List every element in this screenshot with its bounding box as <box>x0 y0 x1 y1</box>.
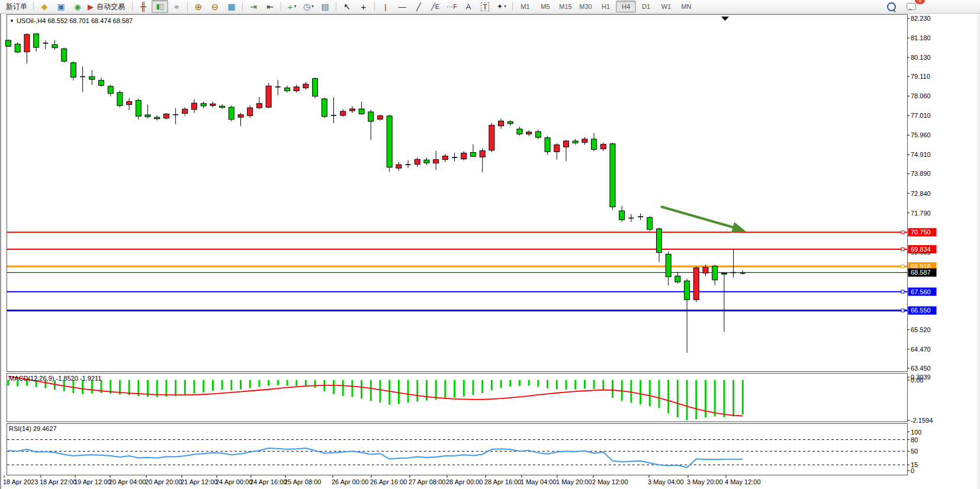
price-badge-label: 69.834 <box>911 246 931 253</box>
timeframe-button-MN[interactable]: MN <box>676 1 696 12</box>
candle-body <box>285 88 290 91</box>
templates-icon: ▤ <box>321 2 329 11</box>
cursor-icon[interactable]: ↖ <box>339 0 355 13</box>
chart-shift-icon[interactable]: ⇤ <box>262 0 278 13</box>
timeframe-button-W1[interactable]: W1 <box>656 1 676 12</box>
scroll-to-end-icon[interactable]: ⇥ <box>245 0 262 13</box>
candle-body <box>461 153 467 159</box>
equidistant-channel-icon: ╱E <box>431 4 439 10</box>
gold-diamond-icon[interactable]: ◆ <box>36 0 53 13</box>
rsi-pane[interactable] <box>7 424 908 475</box>
candle-body <box>229 107 234 119</box>
chart-shift-icon: ⇤ <box>266 2 274 11</box>
autotrading-button-label: 自动交易 <box>94 3 128 10</box>
line-edge-handle[interactable] <box>901 248 904 251</box>
candle-body <box>415 159 420 164</box>
price-axis-label: 75.960 <box>911 131 931 139</box>
candle-body <box>647 217 653 229</box>
price-axis-label: 74.910 <box>911 151 931 158</box>
templates-icon[interactable]: ▤ <box>317 0 333 13</box>
search-button[interactable] <box>883 0 899 13</box>
chart-canvas[interactable]: 82.23081.18080.13079.11078.06077.01075.9… <box>1 14 980 489</box>
candle-body <box>256 104 262 108</box>
macd-pane[interactable] <box>7 374 908 422</box>
candle-body <box>294 87 299 91</box>
chart-window[interactable]: 82.23081.18080.13079.11078.06077.01075.9… <box>0 14 977 489</box>
candle-body <box>424 160 429 163</box>
price-axis-label: 64.470 <box>911 346 931 353</box>
line-edge-handle[interactable] <box>901 231 904 234</box>
data-window-icon[interactable]: ▣ <box>53 0 69 13</box>
candle-body <box>89 77 95 80</box>
price-axis[interactable]: 82.23081.18080.13079.11078.06077.01075.9… <box>907 15 931 372</box>
candle-body <box>359 109 364 114</box>
line-edge-handle[interactable] <box>901 309 904 312</box>
timeframe-button-D1[interactable]: D1 <box>636 1 656 12</box>
add-indicator-icon[interactable]: +▾ <box>284 0 300 13</box>
line-edge-handle[interactable] <box>901 290 904 293</box>
candle-body <box>182 109 188 113</box>
fibonacci-icon[interactable]: ⋯F <box>444 0 460 13</box>
chevron-down-icon: ▾ <box>294 4 296 9</box>
price-axis-label: 63.450 <box>911 365 931 372</box>
price-axis-label: 78.060 <box>911 92 931 99</box>
line-chart-icon[interactable]: ≈ <box>168 0 185 13</box>
vertical-line-icon[interactable]: | <box>377 0 394 13</box>
candle-body <box>145 115 150 117</box>
text-icon[interactable]: A <box>460 0 477 13</box>
toolbar-separator <box>242 2 243 11</box>
rsi-axis-label: 80 <box>911 436 918 443</box>
bar-chart-icon[interactable]: ╫ <box>135 0 152 13</box>
time-axis-label: 1 May 04:00 <box>520 478 557 485</box>
timeframe-button-M5[interactable]: M5 <box>535 1 555 12</box>
candle-body <box>99 81 104 85</box>
price-axis-label: 77.010 <box>911 112 931 119</box>
horizontal-line-icon: — <box>399 3 406 11</box>
main-pane[interactable] <box>7 15 908 372</box>
line-edge-handle[interactable] <box>901 265 904 268</box>
price-badge-label: 66.550 <box>911 307 931 314</box>
text-label-icon[interactable]: T <box>477 0 493 13</box>
candle-body <box>703 267 708 273</box>
notifications-button[interactable]: 1 <box>904 0 921 13</box>
candle-body <box>396 165 401 168</box>
autotrading-button[interactable]: ▶自动交易 <box>86 0 130 13</box>
tile-windows-icon[interactable]: ▦ <box>223 0 240 13</box>
chart-title: ▼USOil-,H4 68.552 68.701 68.474 68.587 <box>9 17 133 24</box>
trendline-icon[interactable]: ╱ <box>410 0 427 13</box>
horizontal-line-icon[interactable]: — <box>394 0 410 13</box>
time-axis-label: 28 Apr 16:00 <box>484 478 521 485</box>
rsi-axis-label: 50 <box>911 448 918 455</box>
timeframe-button-M30[interactable]: M30 <box>576 1 596 12</box>
search-icon <box>887 2 896 11</box>
candle-body <box>573 141 578 143</box>
crosshair-icon[interactable]: + <box>355 0 372 13</box>
timeframe-button-M15[interactable]: M15 <box>555 1 576 12</box>
rsi-indicator-label: RSI(14) 29.4627 <box>9 425 57 432</box>
zoom-in-icon[interactable]: ⊕ <box>190 0 207 13</box>
signals-icon[interactable]: ◉ <box>69 0 86 13</box>
candle-body <box>136 100 141 116</box>
candle-body <box>564 141 569 147</box>
candle-body <box>378 116 383 120</box>
candle-body <box>248 108 253 115</box>
time-axis-label: 27 Apr 08:00 <box>409 478 445 485</box>
new-order-button[interactable]: 新订单 <box>2 0 31 13</box>
candlestick-chart-icon[interactable]: ▮▯ <box>152 0 168 13</box>
timeframe-button-H4[interactable]: H4 <box>616 1 636 12</box>
time-axis-label: 20 Apr 04:00 <box>109 478 146 485</box>
equidistant-channel-icon[interactable]: ╱E <box>427 0 444 13</box>
timeframe-button-H1[interactable]: H1 <box>596 1 616 12</box>
tile-windows-icon: ▦ <box>227 2 235 11</box>
macd-axis-label: -2.1594 <box>911 417 933 424</box>
price-badge: 70.750 <box>908 228 937 236</box>
time-axis[interactable]: 18 Apr 202318 Apr 22:0019 Apr 12:0020 Ap… <box>3 475 761 485</box>
candle-body <box>163 114 169 118</box>
candle-body <box>313 79 318 96</box>
timeframe-button-M1[interactable]: M1 <box>515 1 535 12</box>
price-badge: 68.587 <box>908 268 937 276</box>
arrows-icon[interactable]: ✦▾ <box>493 0 510 13</box>
periods-icon[interactable]: ◷▾ <box>300 0 317 13</box>
one-click-collapse-icon[interactable]: ▼ <box>9 18 14 24</box>
zoom-out-icon[interactable]: ⊖ <box>207 0 223 13</box>
